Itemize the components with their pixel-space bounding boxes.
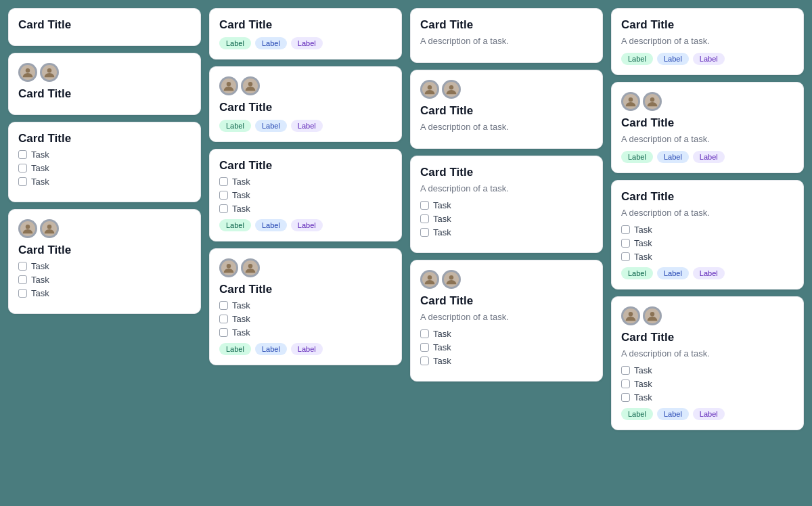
label-badge[interactable]: Label	[693, 267, 725, 279]
label-badge[interactable]: Label	[621, 53, 653, 65]
task-item[interactable]: Task	[219, 190, 392, 200]
label-badge[interactable]: Label	[693, 151, 725, 163]
label-badge[interactable]: Label	[291, 343, 323, 355]
avatar	[241, 76, 260, 95]
card: Card Title	[8, 8, 201, 46]
task-item[interactable]: Task	[420, 356, 593, 366]
task-checkbox[interactable]	[219, 177, 228, 186]
task-checkbox[interactable]	[420, 228, 429, 237]
label-badge[interactable]: Label	[657, 151, 689, 163]
task-item[interactable]: Task	[18, 275, 191, 285]
task-item[interactable]: Task	[621, 392, 794, 402]
label-group: LabelLabelLabel	[621, 151, 794, 163]
task-checkbox[interactable]	[18, 275, 27, 284]
avatar	[643, 92, 662, 111]
label-badge[interactable]: Label	[693, 53, 725, 65]
label-badge[interactable]: Label	[621, 151, 653, 163]
avatar	[621, 92, 640, 111]
task-label: Task	[232, 177, 250, 187]
label-badge[interactable]: Label	[291, 37, 323, 49]
task-checkbox[interactable]	[621, 393, 630, 402]
task-item[interactable]: Task	[219, 314, 392, 324]
task-checkbox[interactable]	[621, 380, 630, 388]
svg-point-13	[227, 264, 231, 268]
task-item[interactable]: Task	[219, 327, 392, 338]
task-item[interactable]: Task	[420, 227, 593, 237]
label-badge[interactable]: Label	[255, 120, 287, 132]
task-checkbox[interactable]	[621, 239, 630, 248]
task-item[interactable]: Task	[18, 163, 191, 173]
label-badge[interactable]: Label	[255, 37, 287, 49]
card: Card Title	[8, 53, 201, 115]
task-checkbox[interactable]	[420, 356, 429, 365]
task-item[interactable]: Task	[621, 252, 794, 262]
task-checkbox[interactable]	[621, 225, 630, 234]
task-checkbox[interactable]	[621, 252, 630, 261]
column-1: Card Title Card TitleCard TitleTaskTaskT…	[8, 8, 201, 314]
task-item[interactable]: Task	[420, 214, 593, 224]
task-list: TaskTaskTask	[420, 329, 593, 366]
label-badge[interactable]: Label	[219, 120, 251, 132]
label-badge[interactable]: Label	[291, 219, 323, 231]
label-badge[interactable]: Label	[219, 219, 251, 231]
task-checkbox[interactable]	[18, 262, 27, 271]
task-item[interactable]: Task	[621, 238, 794, 248]
label-badge[interactable]: Label	[219, 37, 251, 49]
task-item[interactable]: Task	[621, 379, 794, 389]
task-checkbox[interactable]	[219, 328, 228, 337]
task-label: Task	[232, 327, 250, 338]
task-checkbox[interactable]	[219, 301, 228, 310]
task-label: Task	[433, 214, 451, 224]
svg-point-15	[248, 264, 252, 268]
task-checkbox[interactable]	[219, 315, 228, 323]
task-checkbox[interactable]	[420, 214, 429, 223]
task-checkbox[interactable]	[219, 191, 228, 200]
label-badge[interactable]: Label	[255, 219, 287, 231]
card: Card TitleTaskTaskTask	[8, 122, 201, 202]
task-checkbox[interactable]	[18, 150, 27, 159]
svg-point-23	[449, 275, 453, 279]
task-item[interactable]: Task	[219, 204, 392, 214]
task-checkbox[interactable]	[420, 343, 429, 352]
label-badge[interactable]: Label	[657, 267, 689, 279]
label-badge[interactable]: Label	[255, 343, 287, 355]
card-description: A description of a task.	[621, 348, 794, 359]
task-item[interactable]: Task	[420, 200, 593, 210]
label-badge[interactable]: Label	[291, 120, 323, 132]
task-label: Task	[634, 225, 652, 235]
task-checkbox[interactable]	[420, 329, 429, 338]
task-label: Task	[232, 204, 250, 214]
task-item[interactable]: Task	[420, 342, 593, 352]
avatar	[18, 219, 37, 238]
task-checkbox[interactable]	[219, 204, 228, 213]
task-item[interactable]: Task	[621, 225, 794, 235]
task-item[interactable]: Task	[18, 288, 191, 298]
task-label: Task	[433, 227, 451, 237]
task-label: Task	[634, 252, 652, 262]
svg-point-17	[428, 85, 432, 89]
task-checkbox[interactable]	[420, 201, 429, 210]
avatar-group	[420, 270, 593, 289]
label-badge[interactable]: Label	[621, 267, 653, 279]
label-badge[interactable]: Label	[657, 53, 689, 65]
label-badge[interactable]: Label	[621, 408, 653, 420]
label-badge[interactable]: Label	[693, 408, 725, 420]
label-group: LabelLabelLabel	[621, 53, 794, 65]
label-badge[interactable]: Label	[219, 343, 251, 355]
task-item[interactable]: Task	[18, 150, 191, 160]
task-list: TaskTaskTask	[18, 261, 191, 298]
task-checkbox[interactable]	[18, 164, 27, 172]
label-badge[interactable]: Label	[657, 408, 689, 420]
task-label: Task	[31, 163, 49, 173]
task-checkbox[interactable]	[621, 366, 630, 375]
task-label: Task	[232, 190, 250, 200]
task-item[interactable]: Task	[219, 177, 392, 187]
task-item[interactable]: Task	[18, 177, 191, 187]
task-item[interactable]: Task	[219, 300, 392, 310]
task-item[interactable]: Task	[420, 329, 593, 339]
task-checkbox[interactable]	[18, 289, 27, 298]
task-item[interactable]: Task	[621, 365, 794, 375]
column-2: Card TitleLabelLabelLabel Card TitleLabe…	[209, 8, 402, 365]
task-item[interactable]: Task	[18, 261, 191, 271]
task-checkbox[interactable]	[18, 177, 27, 186]
